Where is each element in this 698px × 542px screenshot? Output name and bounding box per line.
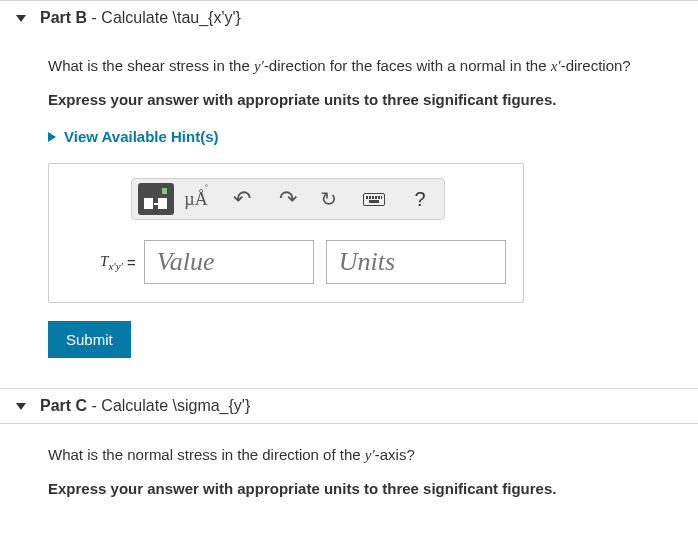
part-b-instruction: Express your answer with appropriate uni…	[48, 91, 698, 108]
units-symbols-button[interactable]: µÅ °	[178, 183, 214, 215]
part-b-header[interactable]: Part B - Calculate \tau_{x'y'}	[0, 1, 698, 35]
answer-box: µÅ ° ↶ ↷ ↺ ?	[48, 163, 524, 303]
caret-down-icon	[16, 15, 26, 22]
caret-right-icon	[48, 132, 56, 142]
reset-button[interactable]: ↺	[310, 183, 346, 215]
ring-icon: °	[204, 182, 208, 192]
part-c-header[interactable]: Part C - Calculate \sigma_{y'}	[0, 389, 698, 423]
part-c-question: What is the normal stress in the directi…	[48, 446, 698, 464]
help-icon: ?	[414, 188, 425, 211]
units-input[interactable]	[326, 240, 506, 284]
undo-button[interactable]: ↶	[218, 183, 266, 215]
value-input[interactable]	[144, 240, 314, 284]
part-b-question: What is the shear stress in the y′-direc…	[48, 57, 698, 75]
part-b-title: Part B - Calculate \tau_{x'y'}	[40, 9, 241, 27]
submit-button[interactable]: Submit	[48, 321, 131, 358]
help-button[interactable]: ?	[402, 183, 438, 215]
hints-label: View Available Hint(s)	[64, 128, 219, 145]
editor-toolbar: µÅ ° ↶ ↷ ↺ ?	[131, 178, 445, 220]
keyboard-button[interactable]	[350, 183, 398, 215]
keyboard-icon	[363, 193, 385, 206]
redo-icon: ↷	[279, 186, 297, 212]
redo-button[interactable]: ↷	[270, 183, 306, 215]
variable-label: Tx′y′	[63, 253, 123, 272]
part-c-instruction: Express your answer with appropriate uni…	[48, 480, 698, 497]
templates-icon	[142, 188, 170, 210]
caret-down-icon	[16, 403, 26, 410]
part-b-label: Part B	[40, 9, 87, 26]
templates-button[interactable]	[138, 183, 174, 215]
part-c-label: Part C	[40, 397, 87, 414]
equals-sign: =	[127, 254, 136, 271]
part-c-title: Part C - Calculate \sigma_{y'}	[40, 397, 250, 415]
undo-icon: ↶	[233, 186, 251, 212]
reset-icon: ↺	[320, 187, 337, 211]
view-hints-link[interactable]: View Available Hint(s)	[48, 128, 219, 145]
